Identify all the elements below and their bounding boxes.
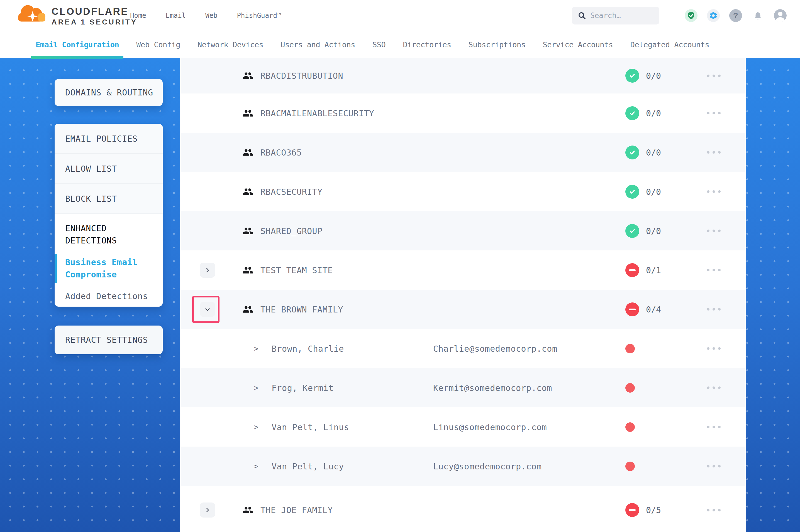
tab-sso[interactable]: SSO (372, 31, 385, 58)
row-menu-button[interactable] (702, 70, 726, 82)
member-chevron-icon: > (254, 344, 258, 353)
expand-chevron-button[interactable] (200, 502, 215, 517)
row-menu-button[interactable] (702, 107, 726, 119)
table-row-member[interactable]: > Frog, Kermit Kermit@somedemocorp.com (180, 368, 746, 407)
row-menu-button[interactable] (702, 460, 726, 473)
tab-network-devices[interactable]: Network Devices (198, 31, 263, 58)
table-row-group[interactable]: > TEST TEAM SITE 0/1 (180, 250, 746, 290)
member-chevron-icon: > (254, 462, 258, 471)
table-row-group[interactable]: > THE BROWN FAMILY 0/4 (180, 290, 746, 329)
row-menu-button[interactable] (702, 186, 726, 198)
ellipsis-icon (707, 269, 709, 271)
groups-table: > RBACDISTRUBUTION 0/0 > RBACMAILENABLES… (180, 58, 746, 532)
tab-label: Users and Actions (280, 40, 355, 49)
tab-label: Web Config (136, 40, 180, 49)
row-menu-button[interactable] (702, 504, 726, 516)
sidebar-label: DOMAINS & ROUTING (65, 88, 153, 97)
group-icon (242, 70, 254, 81)
ellipsis-icon (707, 426, 709, 428)
group-icon (242, 265, 254, 276)
cloudflare-cloud-icon (15, 3, 49, 24)
logo-text: CLOUDFLARE’ AREA 1 SECURITY (52, 6, 137, 26)
tab-label: SSO (372, 40, 385, 49)
member-count: 0/1 (646, 265, 661, 275)
row-name: Van Pelt, Lucy (272, 461, 344, 471)
tab-directories[interactable]: Directories (403, 31, 451, 58)
nav-item-email[interactable]: Email (166, 12, 186, 19)
status-badge (625, 106, 639, 120)
table-row-member[interactable]: > Van Pelt, Linus Linus@somedemocorp.com (180, 407, 746, 446)
row-menu-button[interactable] (702, 303, 726, 316)
table-row-member[interactable]: > Van Pelt, Lucy Lucy@somedemocorp.com (180, 446, 746, 486)
table-row-group[interactable]: > RBACO365 0/0 (180, 133, 746, 172)
status-badge (625, 185, 639, 199)
help-icon[interactable]: ? (729, 9, 742, 22)
ellipsis-icon (707, 75, 709, 77)
nav-item-web[interactable]: Web (205, 12, 217, 19)
table-row-group[interactable]: > RBACSECURITY 0/0 (180, 172, 746, 211)
tab-delegated-accounts[interactable]: Delegated Accounts (630, 31, 709, 58)
expand-chevron-button[interactable] (200, 302, 215, 317)
row-name: THE JOE FAMILY (260, 505, 333, 515)
sidebar-item-email-policies[interactable]: EMAIL POLICIES (55, 124, 163, 154)
search-input[interactable] (590, 12, 654, 20)
status-badge (625, 69, 639, 83)
notifications-bell-icon[interactable] (751, 9, 764, 22)
status-dot (625, 383, 635, 393)
sidebar-item-domains-routing[interactable]: DOMAINS & ROUTING (55, 79, 163, 106)
row-name: SHARED_GROUP (260, 226, 323, 236)
row-menu-button[interactable] (702, 264, 726, 276)
tab-label: Service Accounts (543, 40, 613, 49)
status-dot (625, 462, 635, 471)
sidebar-item-allow-list[interactable]: ALLOW LIST (55, 154, 163, 184)
member-count: 0/4 (646, 304, 661, 314)
row-menu-button[interactable] (702, 343, 726, 355)
settings-gear-icon[interactable] (707, 9, 720, 22)
tab-users-and-actions[interactable]: Users and Actions (280, 31, 355, 58)
sidebar-label: Business Email Compromise (65, 258, 138, 279)
group-icon (242, 147, 254, 158)
shield-check-icon[interactable] (685, 9, 697, 22)
ellipsis-icon (707, 112, 709, 114)
ellipsis-icon (707, 190, 709, 193)
sidebar-item-block-list[interactable]: BLOCK LIST (55, 184, 163, 214)
row-email: Linus@somedemocorp.com (433, 422, 547, 432)
sidebar-item-business-email-compromise[interactable]: Business Email Compromise (65, 256, 156, 281)
row-menu-button[interactable] (702, 146, 726, 158)
status-badge (625, 302, 639, 316)
header-icon-group: ? (685, 9, 787, 22)
table-row-group[interactable]: > SHARED_GROUP 0/0 (180, 211, 746, 250)
ellipsis-icon (707, 465, 709, 468)
sidebar-label: RETRACT SETTINGS (65, 335, 148, 345)
tab-subscriptions[interactable]: Subscriptions (469, 31, 526, 58)
sidebar-label: BLOCK LIST (65, 194, 117, 204)
tab-email-configuration[interactable]: Email Configuration (36, 31, 119, 58)
row-name: Brown, Charlie (272, 344, 344, 354)
row-menu-button[interactable] (702, 225, 726, 237)
tab-label: Email Configuration (36, 40, 119, 49)
table-row-group[interactable]: > RBACDISTRUBUTION 0/0 (180, 58, 746, 94)
sidebar-item-added-detections[interactable]: Added Detections (65, 290, 156, 302)
row-menu-button[interactable] (702, 421, 726, 433)
row-menu-button[interactable] (702, 382, 726, 394)
member-count: 0/0 (646, 108, 661, 118)
table-row-group[interactable]: > THE JOE FAMILY 0/5 (180, 486, 746, 532)
tab-label: Subscriptions (469, 40, 526, 49)
tab-web-config[interactable]: Web Config (136, 31, 180, 58)
row-name: RBACMAILENABLESECURITY (260, 108, 374, 118)
expand-chevron-button[interactable] (200, 263, 215, 278)
sidebar-item-retract-settings[interactable]: RETRACT SETTINGS (55, 325, 163, 354)
nav-item-phishguard[interactable]: PhishGuard™ (237, 12, 281, 19)
search-bar[interactable] (572, 7, 659, 24)
status-badge (625, 503, 639, 517)
ellipsis-icon (707, 386, 709, 389)
row-name: RBACDISTRUBUTION (260, 71, 343, 81)
brand-name: CLOUDFLARE’ (52, 6, 137, 17)
table-row-group[interactable]: > RBACMAILENABLESECURITY 0/0 (180, 94, 746, 133)
account-icon[interactable] (774, 9, 787, 22)
table-row-member[interactable]: > Brown, Charlie Charlie@somedemocorp.co… (180, 329, 746, 368)
tab-service-accounts[interactable]: Service Accounts (543, 31, 613, 58)
status-badge (625, 263, 639, 277)
nav-item-home[interactable]: Home (130, 12, 146, 19)
member-count: 0/5 (646, 505, 661, 515)
